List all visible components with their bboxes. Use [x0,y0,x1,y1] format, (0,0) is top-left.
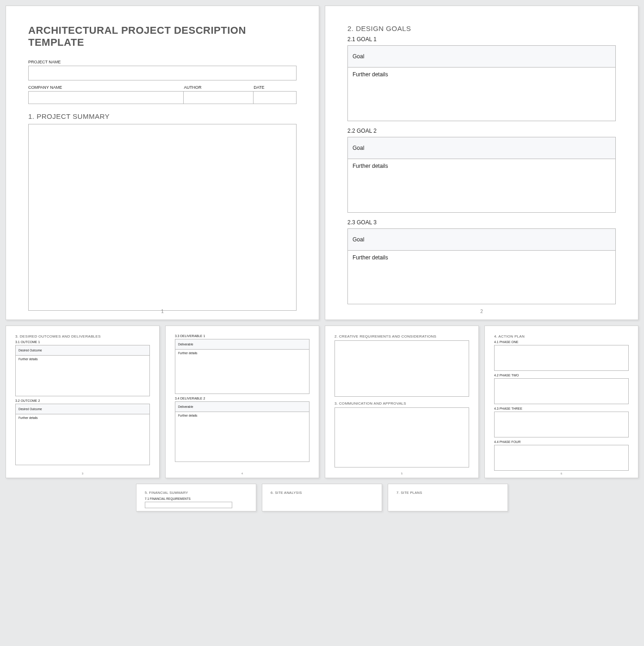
deliverable-1-body[interactable]: Further details [175,350,310,394]
project-name-field[interactable] [28,66,297,80]
outcome-2-body[interactable]: Further details [15,414,150,465]
page-number: 2 [325,309,638,314]
company-name-label: COMPANY NAME [28,85,184,90]
outcome-1-head[interactable]: Desired Outcome [15,345,150,356]
author-field[interactable] [184,91,254,104]
phase-2-box[interactable] [494,378,629,404]
deliverable-1-head[interactable]: Deliverable [175,339,310,350]
template-title: ARCHITECTURAL PROJECT DESCRIPTION TEMPLA… [28,25,297,49]
section-design-goals: 2. DESIGN GOALS [347,25,616,32]
template-page-5: 2. CREATIVE REQUIREMENTS AND CONSIDERATI… [325,326,479,478]
outcome-2-head[interactable]: Desired Outcome [15,404,150,414]
template-page-1: ARCHITECTURAL PROJECT DESCRIPTION TEMPLA… [6,6,319,320]
phase-3-box[interactable] [494,412,629,437]
company-name-field[interactable] [28,91,184,104]
communication-box[interactable] [334,407,469,468]
project-name-label: PROJECT NAME [28,60,297,64]
financial-req-box[interactable] [145,502,232,508]
section-site-analysis: 6. SITE ANALYSIS [271,491,373,495]
goal-1-head[interactable]: Goal [347,45,616,68]
phase-3-subhead: 4.3 PHASE THREE [494,407,629,410]
outcome-1-subhead: 3.1 OUTCOME 1 [15,340,150,344]
phase-2-subhead: 4.2 PHASE TWO [494,374,629,377]
section-communication: 3. COMMUNICATION AND APPROVALS [334,401,469,406]
template-page-9: 7. SITE PLANS [388,484,508,511]
section-financial: 5. FINANCIAL SUMMARY [145,491,248,495]
section-action-plan: 4. ACTION PLAN [494,334,629,338]
date-label: DATE [254,85,297,90]
template-page-8: 6. SITE ANALYSIS [262,484,382,511]
deliverable-1-subhead: 3.3 DELIVERABLE 1 [175,334,310,338]
phase-1-subhead: 4.1 PHASE ONE [494,340,629,344]
goal-1-subhead: 2.1 GOAL 1 [347,36,616,43]
page-number: 6 [485,472,638,475]
template-page-3: 3. DESIRED OUTCOMES AND DELIVERABLES 3.1… [6,326,160,478]
creative-req-box[interactable] [334,340,469,397]
page-number: 1 [6,309,319,314]
page-number: 4 [166,472,319,475]
section-project-summary: 1. PROJECT SUMMARY [28,112,297,120]
project-summary-box[interactable] [28,124,297,311]
template-page-7: 5. FINANCIAL SUMMARY 7.1 FINANCIAL REQUI… [136,484,256,511]
template-page-4: 3.3 DELIVERABLE 1 Deliverable Further de… [165,326,319,478]
outcome-2-subhead: 3.2 OUTCOME 2 [15,399,150,402]
section-creative-req: 2. CREATIVE REQUIREMENTS AND CONSIDERATI… [334,334,469,338]
template-page-6: 4. ACTION PLAN 4.1 PHASE ONE 4.2 PHASE T… [484,326,638,478]
phase-1-box[interactable] [494,345,629,371]
deliverable-2-head[interactable]: Deliverable [175,401,310,412]
goal-2-subhead: 2.2 GOAL 2 [347,128,616,134]
phase-4-subhead: 4.4 PHASE FOUR [494,440,629,443]
deliverable-2-body[interactable]: Further details [175,412,310,462]
goal-3-subhead: 2.3 GOAL 3 [347,219,616,226]
financial-req-subhead: 7.1 FINANCIAL REQUIREMENTS [145,497,248,500]
goal-2-head[interactable]: Goal [347,137,616,159]
phase-4-box[interactable] [494,445,629,471]
author-label: AUTHOR [184,85,254,90]
template-page-2: 2. DESIGN GOALS 2.1 GOAL 1 Goal Further … [325,6,638,320]
goal-3-head[interactable]: Goal [347,228,616,251]
date-field[interactable] [254,91,297,104]
goal-1-body[interactable]: Further details [347,68,616,121]
deliverable-2-subhead: 3.4 DELIVERABLE 2 [175,397,310,400]
section-outcomes: 3. DESIRED OUTCOMES AND DELIVERABLES [15,334,150,338]
section-site-plans: 7. SITE PLANS [396,491,499,495]
outcome-1-body[interactable]: Further details [15,356,150,396]
page-number: 5 [325,472,478,475]
page-number: 3 [6,472,159,475]
goal-3-body[interactable]: Further details [347,251,616,304]
goal-2-body[interactable]: Further details [347,159,616,213]
